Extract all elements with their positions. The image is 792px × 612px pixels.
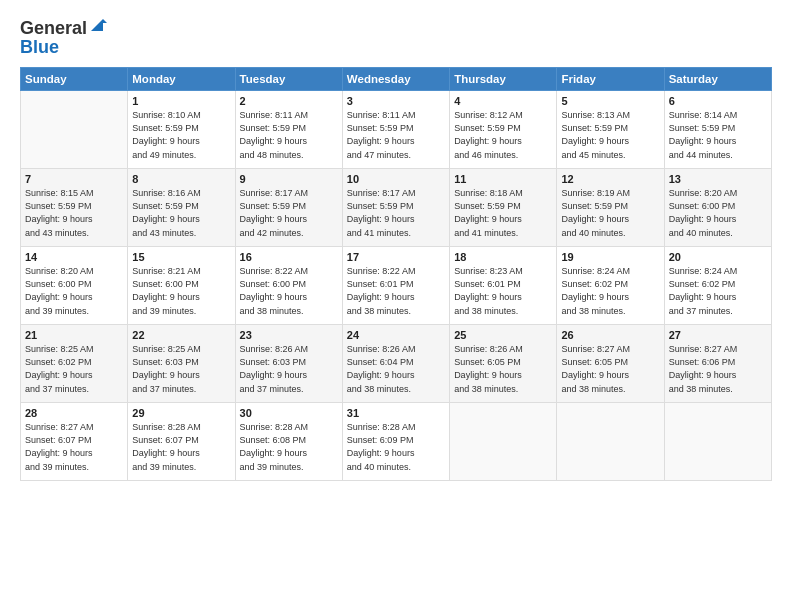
week-row-5: 28Sunrise: 8:27 AMSunset: 6:07 PMDayligh… xyxy=(21,403,772,481)
day-header-friday: Friday xyxy=(557,68,664,91)
day-info: Sunrise: 8:14 AMSunset: 5:59 PMDaylight:… xyxy=(669,109,767,161)
day-number: 13 xyxy=(669,173,767,185)
header-row: SundayMondayTuesdayWednesdayThursdayFrid… xyxy=(21,68,772,91)
calendar-cell: 22Sunrise: 8:25 AMSunset: 6:03 PMDayligh… xyxy=(128,325,235,403)
day-info: Sunrise: 8:27 AMSunset: 6:07 PMDaylight:… xyxy=(25,421,123,473)
day-info: Sunrise: 8:28 AMSunset: 6:07 PMDaylight:… xyxy=(132,421,230,473)
day-number: 7 xyxy=(25,173,123,185)
calendar-cell: 8Sunrise: 8:16 AMSunset: 5:59 PMDaylight… xyxy=(128,169,235,247)
day-number: 16 xyxy=(240,251,338,263)
day-info: Sunrise: 8:17 AMSunset: 5:59 PMDaylight:… xyxy=(240,187,338,239)
day-info: Sunrise: 8:16 AMSunset: 5:59 PMDaylight:… xyxy=(132,187,230,239)
day-number: 10 xyxy=(347,173,445,185)
calendar-table: SundayMondayTuesdayWednesdayThursdayFrid… xyxy=(20,67,772,481)
calendar-cell: 2Sunrise: 8:11 AMSunset: 5:59 PMDaylight… xyxy=(235,91,342,169)
day-header-saturday: Saturday xyxy=(664,68,771,91)
day-number: 22 xyxy=(132,329,230,341)
week-row-4: 21Sunrise: 8:25 AMSunset: 6:02 PMDayligh… xyxy=(21,325,772,403)
header: General Blue xyxy=(20,18,772,57)
day-info: Sunrise: 8:25 AMSunset: 6:03 PMDaylight:… xyxy=(132,343,230,395)
day-info: Sunrise: 8:18 AMSunset: 5:59 PMDaylight:… xyxy=(454,187,552,239)
calendar-cell: 10Sunrise: 8:17 AMSunset: 5:59 PMDayligh… xyxy=(342,169,449,247)
calendar-cell xyxy=(664,403,771,481)
day-header-monday: Monday xyxy=(128,68,235,91)
day-number: 31 xyxy=(347,407,445,419)
svg-marker-0 xyxy=(91,19,103,31)
calendar-cell: 23Sunrise: 8:26 AMSunset: 6:03 PMDayligh… xyxy=(235,325,342,403)
day-header-sunday: Sunday xyxy=(21,68,128,91)
day-number: 9 xyxy=(240,173,338,185)
day-number: 18 xyxy=(454,251,552,263)
calendar-cell: 27Sunrise: 8:27 AMSunset: 6:06 PMDayligh… xyxy=(664,325,771,403)
calendar-cell: 28Sunrise: 8:27 AMSunset: 6:07 PMDayligh… xyxy=(21,403,128,481)
calendar-cell: 11Sunrise: 8:18 AMSunset: 5:59 PMDayligh… xyxy=(450,169,557,247)
calendar-cell: 9Sunrise: 8:17 AMSunset: 5:59 PMDaylight… xyxy=(235,169,342,247)
week-row-3: 14Sunrise: 8:20 AMSunset: 6:00 PMDayligh… xyxy=(21,247,772,325)
day-number: 27 xyxy=(669,329,767,341)
calendar-cell: 4Sunrise: 8:12 AMSunset: 5:59 PMDaylight… xyxy=(450,91,557,169)
calendar-cell: 1Sunrise: 8:10 AMSunset: 5:59 PMDaylight… xyxy=(128,91,235,169)
day-info: Sunrise: 8:15 AMSunset: 5:59 PMDaylight:… xyxy=(25,187,123,239)
calendar-cell: 16Sunrise: 8:22 AMSunset: 6:00 PMDayligh… xyxy=(235,247,342,325)
day-number: 24 xyxy=(347,329,445,341)
calendar-cell: 29Sunrise: 8:28 AMSunset: 6:07 PMDayligh… xyxy=(128,403,235,481)
calendar-cell: 18Sunrise: 8:23 AMSunset: 6:01 PMDayligh… xyxy=(450,247,557,325)
day-info: Sunrise: 8:20 AMSunset: 6:00 PMDaylight:… xyxy=(25,265,123,317)
day-number: 12 xyxy=(561,173,659,185)
day-info: Sunrise: 8:24 AMSunset: 6:02 PMDaylight:… xyxy=(561,265,659,317)
day-info: Sunrise: 8:27 AMSunset: 6:06 PMDaylight:… xyxy=(669,343,767,395)
calendar-cell: 26Sunrise: 8:27 AMSunset: 6:05 PMDayligh… xyxy=(557,325,664,403)
logo: General Blue xyxy=(20,18,107,57)
day-info: Sunrise: 8:19 AMSunset: 5:59 PMDaylight:… xyxy=(561,187,659,239)
day-number: 21 xyxy=(25,329,123,341)
calendar-cell: 31Sunrise: 8:28 AMSunset: 6:09 PMDayligh… xyxy=(342,403,449,481)
day-number: 29 xyxy=(132,407,230,419)
day-number: 17 xyxy=(347,251,445,263)
day-info: Sunrise: 8:23 AMSunset: 6:01 PMDaylight:… xyxy=(454,265,552,317)
day-info: Sunrise: 8:10 AMSunset: 5:59 PMDaylight:… xyxy=(132,109,230,161)
day-info: Sunrise: 8:12 AMSunset: 5:59 PMDaylight:… xyxy=(454,109,552,161)
day-info: Sunrise: 8:27 AMSunset: 6:05 PMDaylight:… xyxy=(561,343,659,395)
day-number: 8 xyxy=(132,173,230,185)
calendar-cell: 3Sunrise: 8:11 AMSunset: 5:59 PMDaylight… xyxy=(342,91,449,169)
day-info: Sunrise: 8:25 AMSunset: 6:02 PMDaylight:… xyxy=(25,343,123,395)
logo-arrow-icon xyxy=(89,17,107,35)
calendar-cell xyxy=(557,403,664,481)
logo-blue: Blue xyxy=(20,37,107,58)
day-info: Sunrise: 8:21 AMSunset: 6:00 PMDaylight:… xyxy=(132,265,230,317)
day-info: Sunrise: 8:28 AMSunset: 6:08 PMDaylight:… xyxy=(240,421,338,473)
day-number: 2 xyxy=(240,95,338,107)
day-info: Sunrise: 8:11 AMSunset: 5:59 PMDaylight:… xyxy=(240,109,338,161)
calendar-cell xyxy=(450,403,557,481)
calendar-cell: 19Sunrise: 8:24 AMSunset: 6:02 PMDayligh… xyxy=(557,247,664,325)
calendar-cell xyxy=(21,91,128,169)
day-number: 6 xyxy=(669,95,767,107)
calendar-cell: 30Sunrise: 8:28 AMSunset: 6:08 PMDayligh… xyxy=(235,403,342,481)
day-number: 26 xyxy=(561,329,659,341)
day-info: Sunrise: 8:20 AMSunset: 6:00 PMDaylight:… xyxy=(669,187,767,239)
calendar-cell: 21Sunrise: 8:25 AMSunset: 6:02 PMDayligh… xyxy=(21,325,128,403)
day-info: Sunrise: 8:11 AMSunset: 5:59 PMDaylight:… xyxy=(347,109,445,161)
day-info: Sunrise: 8:26 AMSunset: 6:05 PMDaylight:… xyxy=(454,343,552,395)
day-info: Sunrise: 8:22 AMSunset: 6:01 PMDaylight:… xyxy=(347,265,445,317)
calendar-page: General Blue SundayMondayTuesdayWednesda… xyxy=(0,0,792,612)
day-info: Sunrise: 8:13 AMSunset: 5:59 PMDaylight:… xyxy=(561,109,659,161)
day-info: Sunrise: 8:26 AMSunset: 6:04 PMDaylight:… xyxy=(347,343,445,395)
day-number: 4 xyxy=(454,95,552,107)
day-header-tuesday: Tuesday xyxy=(235,68,342,91)
logo-general: General xyxy=(20,18,87,39)
day-header-wednesday: Wednesday xyxy=(342,68,449,91)
day-number: 20 xyxy=(669,251,767,263)
calendar-cell: 17Sunrise: 8:22 AMSunset: 6:01 PMDayligh… xyxy=(342,247,449,325)
calendar-cell: 15Sunrise: 8:21 AMSunset: 6:00 PMDayligh… xyxy=(128,247,235,325)
calendar-cell: 12Sunrise: 8:19 AMSunset: 5:59 PMDayligh… xyxy=(557,169,664,247)
day-number: 23 xyxy=(240,329,338,341)
day-header-thursday: Thursday xyxy=(450,68,557,91)
calendar-cell: 5Sunrise: 8:13 AMSunset: 5:59 PMDaylight… xyxy=(557,91,664,169)
week-row-1: 1Sunrise: 8:10 AMSunset: 5:59 PMDaylight… xyxy=(21,91,772,169)
day-number: 1 xyxy=(132,95,230,107)
day-info: Sunrise: 8:17 AMSunset: 5:59 PMDaylight:… xyxy=(347,187,445,239)
calendar-cell: 7Sunrise: 8:15 AMSunset: 5:59 PMDaylight… xyxy=(21,169,128,247)
calendar-cell: 6Sunrise: 8:14 AMSunset: 5:59 PMDaylight… xyxy=(664,91,771,169)
calendar-cell: 20Sunrise: 8:24 AMSunset: 6:02 PMDayligh… xyxy=(664,247,771,325)
